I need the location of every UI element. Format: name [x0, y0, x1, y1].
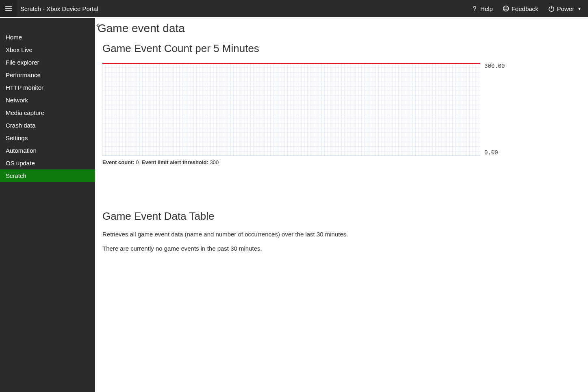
app-title: Scratch - Xbox Device Portal [20, 5, 98, 12]
sidebar-item-automation[interactable]: Automation [0, 144, 95, 157]
help-label: Help [480, 5, 493, 12]
sidebar-item-home[interactable]: Home [0, 31, 95, 43]
sidebar-item-network[interactable]: Network [0, 94, 95, 106]
sidebar-collapse-button[interactable] [95, 23, 101, 30]
threshold-line [102, 63, 480, 64]
sidebar-item-scratch[interactable]: Scratch [0, 169, 95, 182]
help-link[interactable]: Help [471, 5, 493, 12]
menu-toggle-button[interactable] [0, 0, 17, 17]
event-count-value: 0 [136, 159, 139, 165]
feedback-link[interactable]: Feedback [503, 5, 538, 12]
sidebar-item-os-update[interactable]: OS update [0, 157, 95, 169]
event-count-label: Event count: [102, 159, 135, 165]
smiley-icon [503, 5, 509, 12]
y-axis-min-label: 0.00 [484, 149, 498, 156]
chevron-down-icon: ▼ [577, 6, 581, 11]
sidebar-item-settings[interactable]: Settings [0, 132, 95, 144]
svg-point-3 [503, 6, 508, 11]
power-icon [548, 5, 555, 12]
power-menu[interactable]: Power ▼ [548, 5, 581, 12]
sidebar-item-file-explorer[interactable]: File explorer [0, 56, 95, 69]
svg-point-4 [505, 8, 505, 8]
chart-section-title: Game Event Count per 5 Minutes [102, 42, 580, 55]
svg-rect-0 [5, 6, 12, 7]
sidebar-item-xbox-live[interactable]: Xbox Live [0, 43, 95, 56]
svg-point-5 [507, 8, 507, 8]
svg-rect-2 [5, 10, 12, 11]
topbar-actions: Help Feedback Power ▼ [471, 5, 588, 12]
chart-footer: Event count: 0 Event limit alert thresho… [102, 159, 580, 165]
spacer [98, 165, 580, 210]
content-area[interactable]: Game event data Game Event Count per 5 M… [95, 18, 588, 392]
page-title: Game event data [98, 22, 580, 35]
sidebar-item-performance[interactable]: Performance [0, 69, 95, 81]
question-icon [471, 5, 478, 12]
threshold-value: 300 [210, 159, 219, 165]
table-description: Retrieves all game event data (name and … [102, 231, 580, 238]
chart-section: Game Event Count per 5 Minutes 300.00 0.… [98, 42, 580, 165]
feedback-label: Feedback [512, 5, 538, 12]
top-bar: Scratch - Xbox Device Portal Help Feedba… [0, 0, 588, 17]
sidebar: Home Xbox Live File explorer Performance… [0, 18, 95, 392]
sidebar-item-http-monitor[interactable]: HTTP monitor [0, 81, 95, 94]
nav-list: Home Xbox Live File explorer Performance… [0, 18, 95, 182]
y-axis-max-label: 300.00 [484, 63, 505, 69]
table-section: Game Event Data Table Retrieves all game… [98, 210, 580, 252]
table-empty-message: There are currently no game events in th… [102, 245, 580, 252]
sidebar-item-crash-data[interactable]: Crash data [0, 119, 95, 132]
threshold-label: Event limit alert threshold: [142, 159, 208, 165]
main-layout: Home Xbox Live File explorer Performance… [0, 17, 588, 392]
hamburger-icon [5, 5, 12, 12]
chart-container: 300.00 0.00 [102, 63, 580, 156]
chevron-left-icon [95, 23, 101, 28]
svg-rect-1 [5, 8, 12, 9]
chart-grid [102, 63, 480, 156]
power-label: Power [557, 5, 575, 12]
table-section-title: Game Event Data Table [102, 210, 580, 223]
chart-plot-area [102, 63, 480, 156]
sidebar-item-media-capture[interactable]: Media capture [0, 106, 95, 119]
